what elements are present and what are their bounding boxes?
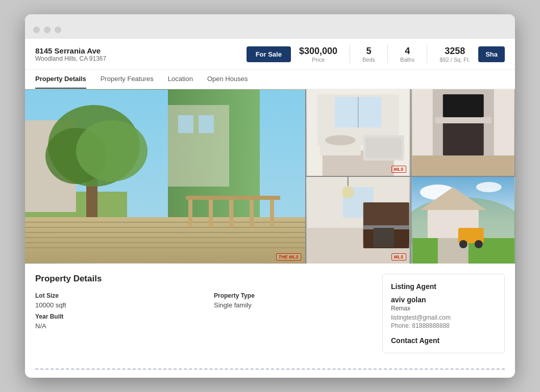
property-type-label: Property Type: [214, 292, 372, 299]
svg-rect-38: [443, 94, 483, 117]
year-built-value: N/A: [35, 322, 193, 330]
maximize-button-icon[interactable]: [55, 27, 61, 33]
for-sale-button[interactable]: For Sale: [247, 46, 291, 62]
bathroom-photo[interactable]: MLS: [306, 89, 410, 176]
stat-divider-3: [427, 45, 427, 63]
agent-phone: Phone: 81888888888: [391, 322, 496, 329]
svg-point-50: [476, 182, 501, 192]
agent-card: Listing Agent aviv golan Remax listingte…: [382, 274, 505, 353]
beds-stat: 5 Beds: [362, 46, 375, 63]
svg-rect-19: [209, 197, 213, 227]
mls-badge-kitchen: MLS: [391, 253, 406, 260]
svg-rect-11: [25, 217, 305, 263]
year-built-label: Year Built: [35, 313, 193, 320]
mls-badge-bathroom: MLS: [391, 166, 406, 173]
svg-rect-32: [366, 138, 402, 158]
svg-point-58: [474, 240, 482, 248]
svg-rect-37: [412, 155, 514, 176]
details-grid: Lot Size 10000 sqft Property Type Single…: [35, 292, 372, 330]
address-block: 8145 Serrania Ave Woodland Hills, CA 913…: [35, 46, 238, 62]
tab-property-features[interactable]: Property Features: [101, 70, 154, 89]
tab-property-details[interactable]: Property Details: [35, 70, 86, 89]
stat-divider-1: [350, 45, 350, 63]
listing-agent-title: Listing Agent: [391, 282, 496, 291]
browser-chrome: [25, 14, 515, 39]
svg-rect-47: [374, 228, 394, 247]
agent-email: listingtest@gmail.com: [391, 314, 496, 321]
listing-header: 8145 Serrania Ave Woodland Hills, CA 913…: [25, 39, 515, 70]
baths-stat: 4 Baths: [400, 46, 414, 63]
bottom-spacer: [25, 370, 515, 378]
kitchen-photo[interactable]: MLS: [306, 177, 410, 264]
sqft-value: 3258: [439, 46, 470, 57]
address-city: Woodland Hills, CA 91367: [35, 55, 238, 62]
nav-tabs: Property Details Property Features Locat…: [25, 70, 515, 89]
photo-grid: THE MLS MLS: [25, 89, 515, 264]
svg-point-45: [342, 186, 354, 198]
kitchen-svg: [306, 177, 410, 264]
share-button[interactable]: Sha: [478, 46, 505, 62]
svg-rect-36: [435, 117, 491, 123]
contact-agent-button[interactable]: Contact Agent: [391, 336, 496, 345]
stat-divider-2: [387, 45, 388, 63]
close-button-icon[interactable]: [33, 27, 40, 33]
baths-value: 4: [400, 46, 414, 57]
svg-rect-9: [178, 115, 193, 133]
page-content: 8145 Serrania Ave Woodland Hills, CA 913…: [25, 39, 515, 363]
sqft-stat: 3258 $92 / Sq. Ft.: [439, 46, 470, 63]
svg-rect-35: [443, 120, 483, 155]
svg-rect-21: [250, 197, 254, 227]
agent-name: aviv golan: [391, 296, 496, 304]
property-type-value: Single family: [214, 301, 372, 309]
tab-open-houses[interactable]: Open Houses: [207, 70, 248, 89]
svg-point-30: [325, 135, 356, 145]
svg-rect-18: [188, 197, 192, 227]
beds-label: Beds: [362, 57, 375, 63]
beds-value: 5: [362, 46, 375, 57]
listing-stats: $300,000 Price 5 Beds 4 Baths 3258 $92 /…: [299, 45, 470, 63]
minimize-button-icon[interactable]: [44, 27, 51, 33]
tab-location[interactable]: Location: [168, 70, 193, 89]
svg-rect-23: [186, 196, 280, 200]
price-value: $300,000: [299, 46, 337, 57]
property-details-title: Property Details: [35, 274, 372, 284]
property-type-row: Property Type Single family: [214, 292, 372, 309]
svg-rect-10: [199, 115, 214, 133]
details-section: Property Details Lot Size 10000 sqft Pro…: [25, 264, 515, 363]
lot-size-label: Lot Size: [35, 292, 193, 299]
price-stat: $300,000 Price: [299, 46, 337, 63]
baths-label: Baths: [400, 57, 414, 63]
svg-rect-20: [229, 197, 233, 227]
mls-badge-main: THE MLS: [276, 253, 302, 260]
browser-window: 8145 Serrania Ave Woodland Hills, CA 913…: [25, 14, 515, 378]
year-built-row: Year Built N/A: [35, 313, 193, 330]
exterior-svg: [411, 177, 516, 264]
exterior-photo[interactable]: [411, 177, 516, 264]
address-street: 8145 Serrania Ave: [35, 46, 238, 55]
bathroom-svg: [306, 89, 410, 176]
agent-company: Remax: [391, 305, 496, 312]
main-photo[interactable]: THE MLS: [25, 89, 305, 264]
svg-rect-22: [270, 197, 274, 227]
fireplace-svg: [411, 89, 516, 176]
svg-point-57: [459, 240, 467, 248]
lot-size-row: Lot Size 10000 sqft: [35, 292, 193, 309]
sqft-label: $92 / Sq. Ft.: [439, 57, 470, 63]
main-photo-overlay: [25, 89, 305, 264]
price-label: Price: [299, 57, 337, 63]
fireplace-photo[interactable]: [411, 89, 516, 176]
lot-size-value: 10000 sqft: [35, 301, 193, 309]
property-details-panel: Property Details Lot Size 10000 sqft Pro…: [35, 274, 372, 353]
svg-point-6: [76, 120, 148, 181]
